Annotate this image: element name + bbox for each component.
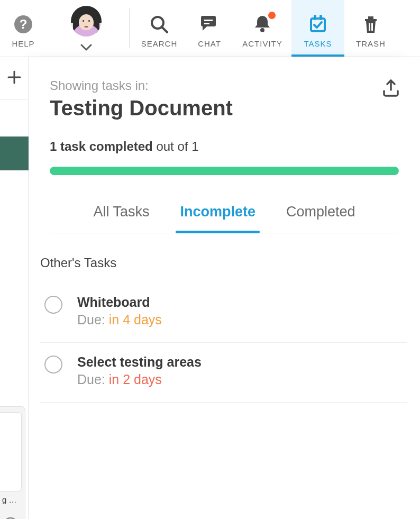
progress-fill bbox=[50, 167, 399, 175]
svg-line-3 bbox=[162, 28, 167, 32]
svg-rect-12 bbox=[369, 23, 370, 31]
task-body: Whiteboard Due: in 4 days bbox=[77, 295, 407, 327]
tasks-icon bbox=[307, 13, 329, 35]
document-color-strip[interactable] bbox=[0, 136, 29, 170]
export-button[interactable] bbox=[381, 78, 401, 101]
tasks-panel: Showing tasks in: Testing Document 1 tas… bbox=[29, 57, 420, 519]
help-icon: ? bbox=[13, 14, 34, 35]
svg-rect-5 bbox=[204, 23, 209, 24]
tab-all-tasks[interactable]: All Tasks bbox=[93, 204, 149, 220]
task-due-value: in 4 days bbox=[109, 312, 162, 327]
task-due: Due: in 4 days bbox=[77, 312, 407, 327]
svg-rect-13 bbox=[371, 23, 373, 31]
task-due-label: Due: bbox=[77, 372, 109, 387]
activity-button[interactable]: ACTIVITY bbox=[233, 0, 291, 57]
avatar bbox=[71, 6, 102, 37]
task-due-label: Due: bbox=[77, 312, 109, 327]
trash-label: TRASH bbox=[356, 39, 386, 48]
showing-label: Showing tasks in: bbox=[50, 78, 399, 93]
search-icon bbox=[149, 14, 170, 35]
task-checkbox[interactable] bbox=[44, 296, 62, 314]
help-label: HELP bbox=[12, 39, 34, 48]
tab-completed[interactable]: Completed bbox=[286, 204, 355, 220]
task-filter-tabs: All Tasks Incomplete Completed bbox=[50, 204, 399, 233]
card-thumbnail-inner bbox=[0, 412, 22, 491]
progress-text: 1 task completed out of 1 bbox=[50, 139, 399, 154]
tasks-label: TASKS bbox=[304, 39, 332, 48]
trash-icon bbox=[360, 14, 381, 35]
task-row[interactable]: Whiteboard Due: in 4 days bbox=[40, 283, 407, 343]
add-button[interactable] bbox=[0, 57, 28, 99]
search-label: SEARCH bbox=[141, 39, 178, 48]
svg-point-6 bbox=[260, 28, 264, 32]
progress-completed: 1 task completed bbox=[50, 139, 153, 153]
progress-bar bbox=[50, 167, 399, 175]
section-others-tasks: Other's Tasks bbox=[29, 233, 420, 283]
svg-rect-11 bbox=[368, 16, 373, 19]
svg-rect-9 bbox=[319, 15, 322, 20]
activity-label: ACTIVITY bbox=[242, 39, 282, 48]
help-button[interactable]: ? HELP bbox=[0, 0, 47, 57]
svg-rect-4 bbox=[204, 20, 213, 21]
chat-label: CHAT bbox=[198, 39, 221, 48]
chat-button[interactable]: CHAT bbox=[186, 0, 233, 57]
top-toolbar: ? HELP SEARCH bbox=[0, 0, 420, 57]
svg-rect-8 bbox=[314, 15, 316, 20]
check-circle-icon bbox=[3, 517, 18, 519]
progress-total: out of 1 bbox=[153, 139, 199, 153]
trash-button[interactable]: TRASH bbox=[344, 0, 397, 57]
tasks-button[interactable]: TASKS bbox=[291, 0, 344, 57]
task-body: Select testing areas Due: in 2 days bbox=[77, 354, 407, 387]
card-thumbnail[interactable]: g … bbox=[0, 406, 25, 519]
user-menu[interactable] bbox=[47, 0, 126, 57]
card-caption: g … bbox=[2, 495, 23, 504]
search-button[interactable]: SEARCH bbox=[133, 0, 186, 57]
svg-rect-10 bbox=[365, 19, 377, 21]
task-due-value: in 2 days bbox=[109, 372, 162, 387]
document-title: Testing Document bbox=[50, 96, 399, 120]
tab-incomplete[interactable]: Incomplete bbox=[180, 204, 255, 220]
task-title: Select testing areas bbox=[77, 354, 407, 370]
chat-icon bbox=[198, 13, 221, 35]
task-list: Whiteboard Due: in 4 days Select testing… bbox=[29, 283, 420, 403]
chevron-down-icon bbox=[80, 44, 92, 51]
notification-dot-icon bbox=[268, 12, 276, 19]
export-icon bbox=[381, 91, 401, 100]
plus-icon bbox=[6, 69, 22, 87]
svg-text:?: ? bbox=[20, 17, 28, 31]
left-rail: g … bbox=[0, 57, 29, 519]
task-title: Whiteboard bbox=[77, 295, 407, 310]
toolbar-divider bbox=[129, 8, 130, 48]
task-row[interactable]: Select testing areas Due: in 2 days bbox=[40, 343, 407, 403]
task-checkbox[interactable] bbox=[44, 356, 62, 374]
task-due: Due: in 2 days bbox=[77, 372, 407, 387]
